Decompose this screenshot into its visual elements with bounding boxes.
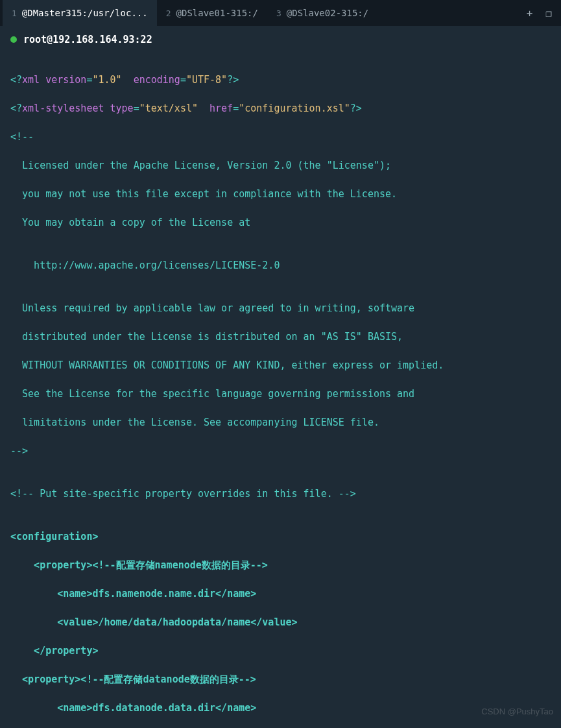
tab-3[interactable]: 3 @DSlave02-315:/	[267, 0, 377, 26]
code-line: See the License for the specific languag…	[10, 387, 551, 401]
tab-1[interactable]: 1 @DMaster315:/usr/loc...	[3, 0, 157, 26]
code-line: -->	[10, 444, 551, 458]
code-line: Licensed under the Apache License, Versi…	[10, 158, 551, 173]
code-line: <value>/home/data/hadoopdata/name</value…	[10, 615, 551, 629]
session-bar: root@192.168.164.93:22	[0, 26, 561, 53]
code-line: <?xml-stylesheet type="text/xsl" href="c…	[10, 101, 551, 115]
code-line: <property><!--配置存储datanode数据的目录-->	[10, 672, 551, 686]
tab-label: @DMaster315:/usr/loc...	[22, 8, 148, 18]
tab-num: 3	[276, 8, 281, 18]
code-line: <configuration>	[10, 529, 551, 544]
code-line: <name>dfs.namenode.name.dir</name>	[10, 587, 551, 601]
code-line: <name>dfs.datanode.data.dir</name>	[10, 701, 551, 715]
code-line: distributed under the License is distrib…	[10, 330, 551, 344]
code-line: <!--	[10, 130, 551, 144]
tab-2[interactable]: 2 @DSlave01-315:/	[157, 0, 267, 26]
tab-num: 1	[12, 8, 17, 18]
code-line: limitations under the License. See accom…	[10, 415, 551, 430]
code-line: </property>	[10, 644, 551, 658]
new-tab-icon[interactable]: +	[520, 7, 540, 19]
copy-icon[interactable]: ❐	[539, 7, 558, 19]
code-line: <property><!--配置存储namenode数据的目录-->	[10, 558, 551, 572]
tab-label: @DSlave02-315:/	[287, 8, 368, 18]
code-line: you may not use this file except in comp…	[10, 187, 551, 201]
watermark: CSDN @PushyTao	[481, 707, 553, 716]
code-line: Unless required by applicable law or agr…	[10, 301, 551, 315]
status-dot-icon	[10, 36, 17, 43]
tab-num: 2	[166, 8, 171, 18]
tab-bar: 1 @DMaster315:/usr/loc... 2 @DSlave01-31…	[0, 0, 561, 26]
code-line: http://www.apache.org/licenses/LICENSE-2…	[10, 258, 551, 273]
code-line: <!-- Put site-specific property override…	[10, 487, 551, 501]
code-line: WITHOUT WARRANTIES OR CONDITIONS OF ANY …	[10, 358, 551, 372]
code-line: <?xml version="1.0" encoding="UTF-8"?>	[10, 73, 551, 87]
code-line: You may obtain a copy of the License at	[10, 215, 551, 230]
tab-label: @DSlave01-315:/	[176, 8, 258, 18]
editor-area[interactable]: <?xml version="1.0" encoding="UTF-8"?> <…	[0, 53, 561, 728]
session-label: root@192.168.164.93:22	[23, 34, 152, 45]
